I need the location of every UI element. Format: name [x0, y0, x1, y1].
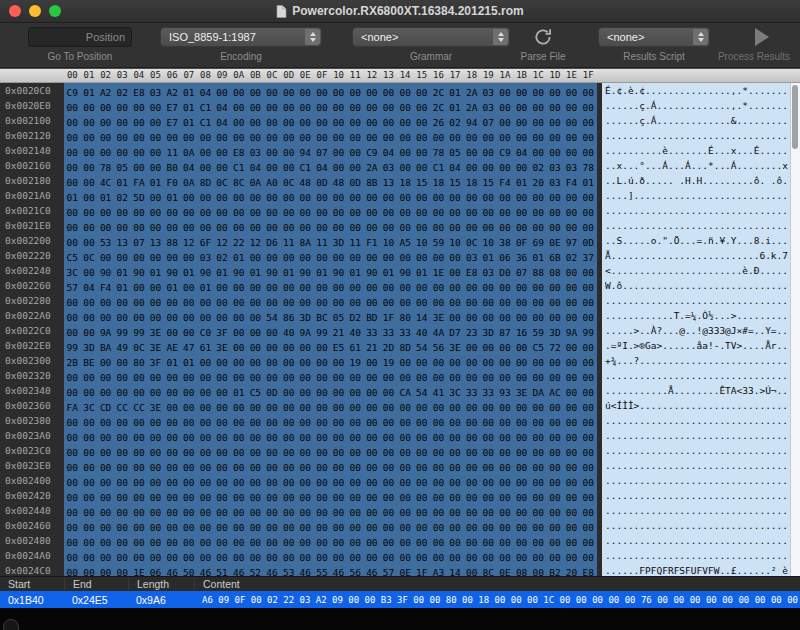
hex-row[interactable]: 0000000000000000000000000000000000000000… — [64, 413, 597, 428]
ascii-row[interactable]: ................................ — [605, 293, 790, 308]
hex-byte[interactable]: 52 — [247, 565, 264, 576]
hex-grid[interactable]: C901A202E803A201040000000000000000000000… — [64, 83, 597, 576]
ascii-row[interactable]: ................................ — [605, 368, 790, 383]
ascii-row[interactable]: ..........è.......É...x...É..... — [605, 143, 790, 158]
hex-row[interactable]: 0000000000000000000000000000000000000000… — [64, 518, 597, 533]
hex-byte[interactable]: 00 — [64, 565, 81, 576]
ascii-row[interactable]: ................................ — [605, 428, 790, 443]
ascii-pane[interactable]: É.¢.è.¢...............,.*.............ç.… — [602, 83, 790, 576]
hex-byte[interactable]: 46 — [297, 565, 314, 576]
hex-byte[interactable]: 56 — [347, 565, 364, 576]
hex-row[interactable]: 0000000000000000000000000000000000000000… — [64, 503, 597, 518]
ascii-row[interactable]: ................................ — [605, 218, 790, 233]
hex-byte[interactable]: 00 — [114, 565, 131, 576]
result-row-selected[interactable]: 0x1B40 0x24E5 0x9A6 A6 09 0F 00 02 22 03… — [0, 591, 800, 608]
hex-row[interactable]: 0000000000000000000000000000000000000000… — [64, 458, 597, 473]
minimize-button[interactable] — [29, 5, 41, 17]
ascii-row[interactable]: ................................ — [605, 413, 790, 428]
hex-byte[interactable]: 46 — [164, 565, 181, 576]
ascii-row[interactable]: ......FPFQFRFSFUFVFW..£......² è — [605, 563, 790, 576]
results-script-select[interactable]: <none> — [598, 27, 710, 47]
hex-byte[interactable]: A3 — [430, 565, 447, 576]
hex-row[interactable]: 0000000000000000000000000000000000000000… — [64, 548, 597, 563]
hex-row[interactable]: 0000000000000000000000000000000000000000… — [64, 428, 597, 443]
hex-row[interactable]: C50C000000000000030201000000000000000000… — [64, 248, 597, 263]
hex-row[interactable]: 000000000000E701C10400000000000000000000… — [64, 98, 597, 113]
grammar-select[interactable]: <none> — [352, 27, 510, 47]
hex-row[interactable]: 0000000000000000000000000000000000000000… — [64, 368, 597, 383]
hex-byte[interactable]: 1E — [131, 565, 148, 576]
hex-row[interactable]: 00005313071388126F122212D6118A113D11F110… — [64, 233, 597, 248]
ascii-row[interactable]: ..S.....o.".Ö...=.ñ.¥.Y...8.i... — [605, 233, 790, 248]
hex-byte[interactable]: 00 — [81, 565, 98, 576]
ascii-row[interactable]: É.¢.è.¢...............,.*....... — [605, 83, 790, 98]
ascii-row[interactable]: ...........Å........ÊTA<33.>Ú¬.. — [605, 383, 790, 398]
column-header-start[interactable]: Start — [0, 578, 64, 590]
hex-row[interactable]: 000078050000B0040000C1040000C10400002A03… — [64, 158, 597, 173]
hex-byte[interactable]: 00 — [463, 565, 480, 576]
ascii-row[interactable]: ............T.=¼.Ò½...>......... — [605, 308, 790, 323]
ascii-row[interactable]: ......ç.Á.............&......... — [605, 113, 790, 128]
ascii-row[interactable]: ....]........................... — [605, 188, 790, 203]
ascii-row[interactable]: ................................ — [605, 503, 790, 518]
hex-byte[interactable]: 1F — [413, 565, 430, 576]
scrollbar-thumb[interactable] — [792, 85, 798, 149]
ascii-row[interactable]: ..x...°...Á...Á...*...Á........x — [605, 158, 790, 173]
hex-byte[interactable]: 00 — [97, 565, 114, 576]
fullscreen-button[interactable] — [49, 5, 61, 17]
hex-row[interactable]: FA3CCDCCCC3E0000000000000000000000000000… — [64, 398, 597, 413]
ascii-row[interactable]: ................................ — [605, 203, 790, 218]
ascii-row[interactable]: Å..........................6.k.7 — [605, 248, 790, 263]
hex-row[interactable]: 3C00900190019001900190019001900190019001… — [64, 263, 597, 278]
ascii-row[interactable]: ................................ — [605, 443, 790, 458]
hex-row[interactable]: 0000000000000000000000000000000000000000… — [64, 473, 597, 488]
hex-row[interactable]: 993DBA490C3EAE47613E000000000000E561212D… — [64, 338, 597, 353]
hex-byte[interactable]: 46 — [330, 565, 347, 576]
hex-byte[interactable]: B2 — [547, 565, 564, 576]
ascii-row[interactable]: W.ô............................. — [605, 278, 790, 293]
parse-file-button[interactable] — [527, 25, 559, 49]
ascii-row[interactable]: ................................ — [605, 518, 790, 533]
hex-row[interactable]: 00009A99993E0000C03F000000409A9921403333… — [64, 323, 597, 338]
hex-byte[interactable]: 53 — [280, 565, 297, 576]
hex-row[interactable]: 0000000000000000000001C50D00000000000000… — [64, 383, 597, 398]
hex-byte[interactable]: E8 — [580, 565, 597, 576]
ascii-row[interactable]: ................................ — [605, 548, 790, 563]
column-header-length[interactable]: Length — [128, 578, 194, 590]
column-header-end[interactable]: End — [64, 578, 128, 590]
hex-row[interactable]: 00000000000000000000000054863DBC05D2BD1F… — [64, 308, 597, 323]
hex-byte[interactable]: 46 — [264, 565, 281, 576]
hex-row[interactable]: 0000000000000000000000000000000000000000… — [64, 443, 597, 458]
hex-byte[interactable]: 06 — [147, 565, 164, 576]
hex-byte[interactable]: 55 — [314, 565, 331, 576]
column-header-content[interactable]: Content — [194, 578, 800, 590]
hex-byte[interactable]: 50 — [180, 565, 197, 576]
hex-row[interactable]: 0000000000000000000000000000000000000000… — [64, 218, 597, 233]
hex-row[interactable]: 5704F40100000100010000000000000000000000… — [64, 278, 597, 293]
vertical-scrollbar[interactable] — [790, 83, 800, 576]
hex-byte[interactable]: 57 — [380, 565, 397, 576]
ascii-row[interactable]: ................................ — [605, 458, 790, 473]
hex-row[interactable]: C901A202E803A201040000000000000000000000… — [64, 83, 597, 98]
close-button[interactable] — [9, 5, 21, 17]
goto-position-input[interactable] — [28, 27, 132, 47]
hex-row[interactable]: 000000000000E701C10400000000000000000000… — [64, 113, 597, 128]
ascii-row[interactable]: .=ºI.>®Ga>......åa!-.TV>....År.. — [605, 338, 790, 353]
ascii-row[interactable]: ................................ — [605, 128, 790, 143]
hex-row[interactable]: 0000000000000000000000000000000000000000… — [64, 203, 597, 218]
hex-row[interactable]: 000000001E064650465146524653465546564657… — [64, 563, 597, 576]
hex-byte[interactable]: 0E — [397, 565, 414, 576]
ascii-row[interactable]: ................................ — [605, 533, 790, 548]
hex-row[interactable]: 0000000000000000000000000000000000000000… — [64, 128, 597, 143]
ascii-row[interactable]: ú<ÍÌÌ>.......................... — [605, 398, 790, 413]
hex-row[interactable]: 00004C01FA01F00A8D0C8C0AA00C480D480D8B13… — [64, 173, 597, 188]
ascii-row[interactable]: ................................ — [605, 473, 790, 488]
hex-byte[interactable]: 46 — [364, 565, 381, 576]
hex-byte[interactable]: 46 — [230, 565, 247, 576]
ascii-row[interactable]: ......ç.Á.............,.*....... — [605, 98, 790, 113]
action-menu-icon[interactable] — [3, 619, 19, 630]
hex-row[interactable]: 2BBE0000803F0101000000000000000000190019… — [64, 353, 597, 368]
ascii-row[interactable]: ................................ — [605, 488, 790, 503]
ascii-row[interactable]: .....>..À?...@..!@333@J×#=..Y=.. — [605, 323, 790, 338]
hex-byte[interactable]: 51 — [214, 565, 231, 576]
